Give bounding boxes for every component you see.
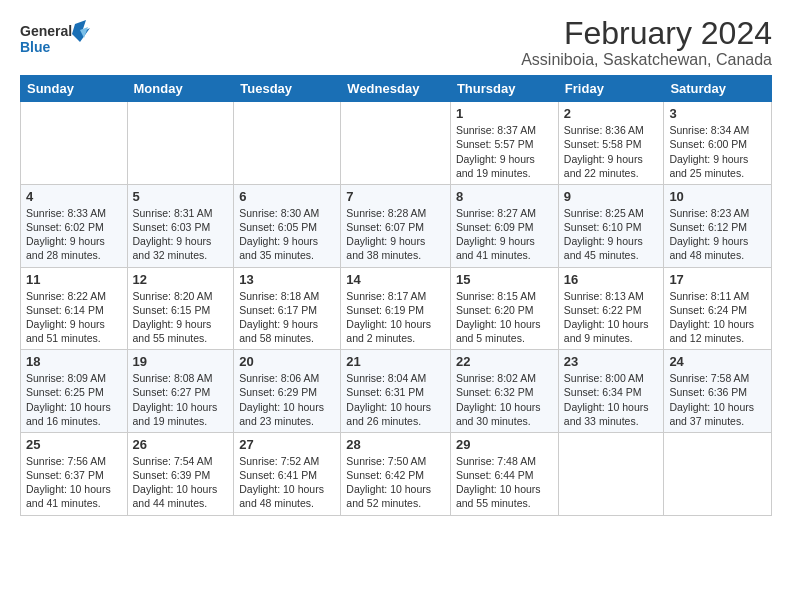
day-number: 11 [26,272,122,287]
calendar-cell: 19Sunrise: 8:08 AM Sunset: 6:27 PM Dayli… [127,350,234,433]
col-header-saturday: Saturday [664,76,772,102]
calendar-cell: 11Sunrise: 8:22 AM Sunset: 6:14 PM Dayli… [21,267,128,350]
day-info: Sunrise: 8:37 AM Sunset: 5:57 PM Dayligh… [456,123,553,180]
day-number: 17 [669,272,766,287]
logo-icon: General Blue [20,20,90,62]
day-info: Sunrise: 8:25 AM Sunset: 6:10 PM Dayligh… [564,206,659,263]
day-info: Sunrise: 8:11 AM Sunset: 6:24 PM Dayligh… [669,289,766,346]
day-info: Sunrise: 8:08 AM Sunset: 6:27 PM Dayligh… [133,371,229,428]
page: General Blue February 2024 Assiniboia, S… [0,0,792,612]
day-number: 2 [564,106,659,121]
day-number: 29 [456,437,553,452]
calendar-cell: 23Sunrise: 8:00 AM Sunset: 6:34 PM Dayli… [558,350,664,433]
col-header-monday: Monday [127,76,234,102]
day-number: 14 [346,272,445,287]
calendar-cell [21,102,128,185]
calendar-table: SundayMondayTuesdayWednesdayThursdayFrid… [20,75,772,515]
col-header-friday: Friday [558,76,664,102]
calendar-cell: 13Sunrise: 8:18 AM Sunset: 6:17 PM Dayli… [234,267,341,350]
calendar-cell [341,102,451,185]
col-header-wednesday: Wednesday [341,76,451,102]
calendar-cell: 24Sunrise: 7:58 AM Sunset: 6:36 PM Dayli… [664,350,772,433]
day-info: Sunrise: 7:56 AM Sunset: 6:37 PM Dayligh… [26,454,122,511]
day-number: 6 [239,189,335,204]
day-number: 18 [26,354,122,369]
day-info: Sunrise: 8:04 AM Sunset: 6:31 PM Dayligh… [346,371,445,428]
day-number: 28 [346,437,445,452]
day-info: Sunrise: 8:36 AM Sunset: 5:58 PM Dayligh… [564,123,659,180]
calendar-cell: 12Sunrise: 8:20 AM Sunset: 6:15 PM Dayli… [127,267,234,350]
day-number: 27 [239,437,335,452]
day-info: Sunrise: 7:58 AM Sunset: 6:36 PM Dayligh… [669,371,766,428]
calendar-week-3: 11Sunrise: 8:22 AM Sunset: 6:14 PM Dayli… [21,267,772,350]
page-subtitle: Assiniboia, Saskatchewan, Canada [521,51,772,69]
col-header-thursday: Thursday [450,76,558,102]
day-info: Sunrise: 8:22 AM Sunset: 6:14 PM Dayligh… [26,289,122,346]
day-info: Sunrise: 7:48 AM Sunset: 6:44 PM Dayligh… [456,454,553,511]
svg-text:Blue: Blue [20,39,51,55]
day-info: Sunrise: 8:09 AM Sunset: 6:25 PM Dayligh… [26,371,122,428]
day-info: Sunrise: 8:15 AM Sunset: 6:20 PM Dayligh… [456,289,553,346]
calendar-cell: 20Sunrise: 8:06 AM Sunset: 6:29 PM Dayli… [234,350,341,433]
day-number: 10 [669,189,766,204]
calendar-cell: 4Sunrise: 8:33 AM Sunset: 6:02 PM Daylig… [21,184,128,267]
calendar-header-row: SundayMondayTuesdayWednesdayThursdayFrid… [21,76,772,102]
day-info: Sunrise: 7:54 AM Sunset: 6:39 PM Dayligh… [133,454,229,511]
day-info: Sunrise: 8:20 AM Sunset: 6:15 PM Dayligh… [133,289,229,346]
day-number: 22 [456,354,553,369]
calendar-week-2: 4Sunrise: 8:33 AM Sunset: 6:02 PM Daylig… [21,184,772,267]
day-number: 16 [564,272,659,287]
day-info: Sunrise: 8:31 AM Sunset: 6:03 PM Dayligh… [133,206,229,263]
title-block: February 2024 Assiniboia, Saskatchewan, … [521,16,772,69]
header: General Blue February 2024 Assiniboia, S… [20,16,772,69]
calendar-week-5: 25Sunrise: 7:56 AM Sunset: 6:37 PM Dayli… [21,432,772,515]
calendar-cell [234,102,341,185]
calendar-cell [127,102,234,185]
day-number: 5 [133,189,229,204]
calendar-week-4: 18Sunrise: 8:09 AM Sunset: 6:25 PM Dayli… [21,350,772,433]
day-info: Sunrise: 8:17 AM Sunset: 6:19 PM Dayligh… [346,289,445,346]
calendar-cell: 10Sunrise: 8:23 AM Sunset: 6:12 PM Dayli… [664,184,772,267]
day-number: 23 [564,354,659,369]
day-number: 13 [239,272,335,287]
day-info: Sunrise: 8:34 AM Sunset: 6:00 PM Dayligh… [669,123,766,180]
day-number: 25 [26,437,122,452]
calendar-cell: 18Sunrise: 8:09 AM Sunset: 6:25 PM Dayli… [21,350,128,433]
calendar-cell: 15Sunrise: 8:15 AM Sunset: 6:20 PM Dayli… [450,267,558,350]
calendar-cell: 27Sunrise: 7:52 AM Sunset: 6:41 PM Dayli… [234,432,341,515]
day-info: Sunrise: 7:52 AM Sunset: 6:41 PM Dayligh… [239,454,335,511]
day-info: Sunrise: 8:18 AM Sunset: 6:17 PM Dayligh… [239,289,335,346]
col-header-tuesday: Tuesday [234,76,341,102]
calendar-cell: 7Sunrise: 8:28 AM Sunset: 6:07 PM Daylig… [341,184,451,267]
day-info: Sunrise: 8:33 AM Sunset: 6:02 PM Dayligh… [26,206,122,263]
day-number: 19 [133,354,229,369]
day-number: 26 [133,437,229,452]
svg-text:General: General [20,23,72,39]
day-number: 15 [456,272,553,287]
calendar-cell: 9Sunrise: 8:25 AM Sunset: 6:10 PM Daylig… [558,184,664,267]
day-info: Sunrise: 8:27 AM Sunset: 6:09 PM Dayligh… [456,206,553,263]
day-info: Sunrise: 8:28 AM Sunset: 6:07 PM Dayligh… [346,206,445,263]
calendar-cell [664,432,772,515]
calendar-cell: 28Sunrise: 7:50 AM Sunset: 6:42 PM Dayli… [341,432,451,515]
day-number: 12 [133,272,229,287]
calendar-cell: 8Sunrise: 8:27 AM Sunset: 6:09 PM Daylig… [450,184,558,267]
day-info: Sunrise: 7:50 AM Sunset: 6:42 PM Dayligh… [346,454,445,511]
col-header-sunday: Sunday [21,76,128,102]
calendar-cell [558,432,664,515]
calendar-cell: 2Sunrise: 8:36 AM Sunset: 5:58 PM Daylig… [558,102,664,185]
day-number: 9 [564,189,659,204]
day-info: Sunrise: 8:06 AM Sunset: 6:29 PM Dayligh… [239,371,335,428]
calendar-cell: 25Sunrise: 7:56 AM Sunset: 6:37 PM Dayli… [21,432,128,515]
calendar-cell: 26Sunrise: 7:54 AM Sunset: 6:39 PM Dayli… [127,432,234,515]
day-number: 20 [239,354,335,369]
calendar-cell: 21Sunrise: 8:04 AM Sunset: 6:31 PM Dayli… [341,350,451,433]
day-number: 1 [456,106,553,121]
day-number: 7 [346,189,445,204]
day-info: Sunrise: 8:13 AM Sunset: 6:22 PM Dayligh… [564,289,659,346]
calendar-cell: 3Sunrise: 8:34 AM Sunset: 6:00 PM Daylig… [664,102,772,185]
calendar-cell: 6Sunrise: 8:30 AM Sunset: 6:05 PM Daylig… [234,184,341,267]
day-number: 8 [456,189,553,204]
calendar-cell: 16Sunrise: 8:13 AM Sunset: 6:22 PM Dayli… [558,267,664,350]
calendar-cell: 1Sunrise: 8:37 AM Sunset: 5:57 PM Daylig… [450,102,558,185]
